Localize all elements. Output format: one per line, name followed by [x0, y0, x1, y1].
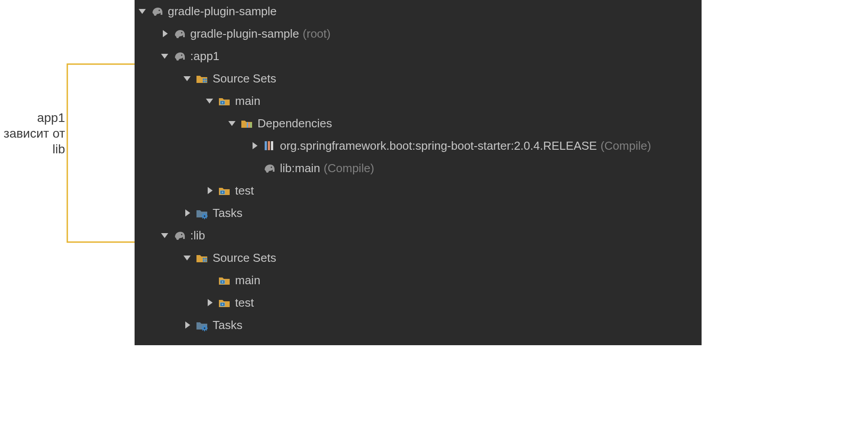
tree-label: main [235, 94, 260, 108]
source-set-icon [218, 274, 231, 286]
tree-label: org.springframework.boot:spring-boot-sta… [280, 139, 597, 153]
tree-label: gradle-plugin-sample [168, 4, 277, 18]
expand-toggle-icon[interactable] [181, 207, 193, 219]
callout-annotation: app1 зависит от lib [0, 110, 65, 157]
tasks-icon [196, 319, 208, 331]
tree-node-lib[interactable]: :lib [135, 224, 702, 247]
expand-spacer [204, 274, 215, 286]
expand-spacer [249, 162, 260, 174]
callout-line: app1 [0, 110, 65, 126]
gradle-icon [173, 50, 186, 62]
tree-node-app1[interactable]: :app1 [135, 45, 702, 67]
expand-toggle-icon[interactable] [181, 73, 193, 84]
gradle-icon [263, 162, 275, 174]
tree-node-source-sets[interactable]: Source Sets [135, 67, 702, 90]
tree-node-dependencies[interactable]: Dependencies [135, 112, 702, 134]
gradle-tool-window: gradle-plugin-sample gradle-plugin-sampl… [135, 0, 702, 345]
tree-label: Tasks [213, 206, 242, 220]
tree-hint: (root) [303, 27, 331, 41]
tree-label: test [235, 184, 254, 198]
tree-node-source-sets[interactable]: Source Sets [135, 247, 702, 269]
tree-node-main[interactable]: main [135, 269, 702, 291]
expand-toggle-icon[interactable] [159, 230, 170, 241]
tree-node-root[interactable]: gradle-plugin-sample [135, 0, 702, 22]
tree-hint: (Compile) [601, 139, 651, 153]
expand-toggle-icon[interactable] [204, 185, 215, 196]
tree-label: main [235, 273, 260, 287]
tree-node-tasks[interactable]: Tasks [135, 314, 702, 336]
library-icon [263, 139, 275, 152]
tree-label: lib:main [280, 161, 320, 175]
expand-toggle-icon[interactable] [136, 5, 148, 17]
gradle-icon [151, 5, 163, 17]
tree-node-main[interactable]: main [135, 90, 702, 112]
gradle-icon [173, 229, 186, 242]
callout-line: lib [0, 141, 65, 157]
tree-node-tasks[interactable]: Tasks [135, 202, 702, 224]
tree-node-test[interactable]: test [135, 179, 702, 202]
source-sets-icon [196, 72, 208, 85]
tree-label: Dependencies [257, 117, 332, 130]
expand-toggle-icon[interactable] [181, 319, 193, 331]
tree-label: gradle-plugin-sample [190, 27, 299, 41]
tree-node-dependency[interactable]: lib:main (Compile) [135, 157, 702, 179]
source-set-icon [218, 95, 231, 107]
expand-toggle-icon[interactable] [159, 50, 170, 62]
tree-label: Source Sets [213, 72, 276, 86]
tree-label: Tasks [213, 318, 242, 332]
source-sets-icon [196, 252, 208, 264]
tree-node-root-module[interactable]: gradle-plugin-sample (root) [135, 22, 702, 45]
expand-toggle-icon[interactable] [204, 95, 215, 107]
source-set-icon [218, 296, 231, 309]
tree-label: :app1 [190, 49, 219, 63]
tree-label: :lib [190, 229, 205, 243]
expand-toggle-icon[interactable] [159, 28, 170, 39]
tree-node-test[interactable]: test [135, 291, 702, 314]
tree-label: Source Sets [213, 251, 276, 265]
callout-line: зависит от [0, 126, 65, 141]
tree-node-dependency[interactable]: org.springframework.boot:spring-boot-sta… [135, 134, 702, 157]
expand-toggle-icon[interactable] [226, 117, 238, 129]
dependencies-icon [240, 117, 253, 130]
expand-toggle-icon[interactable] [249, 140, 260, 152]
tree-label: test [235, 296, 254, 310]
gradle-icon [173, 27, 186, 40]
tree-hint: (Compile) [324, 161, 375, 175]
expand-toggle-icon[interactable] [181, 252, 193, 264]
source-set-icon [218, 184, 231, 197]
tasks-icon [196, 207, 208, 219]
expand-toggle-icon[interactable] [204, 297, 215, 308]
